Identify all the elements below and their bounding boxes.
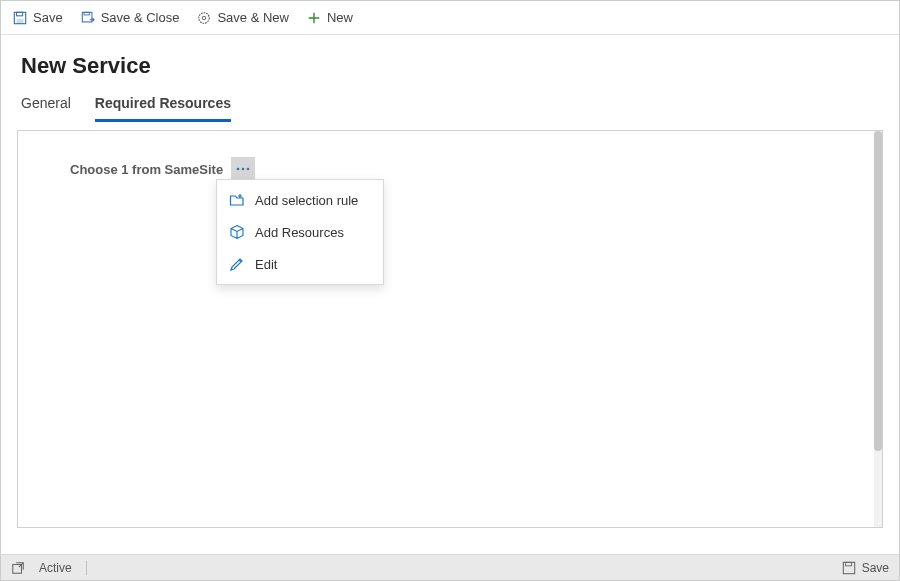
status-state: Active — [39, 561, 72, 575]
save-button[interactable]: Save — [13, 10, 63, 25]
svg-rect-12 — [845, 562, 851, 566]
context-menu: Add selection rule Add Resources Edit — [216, 179, 384, 285]
new-button[interactable]: New — [307, 10, 353, 25]
menu-add-resources-label: Add Resources — [255, 225, 344, 240]
new-label: New — [327, 10, 353, 25]
selection-rule-row: Choose 1 from SameSite — [18, 131, 882, 181]
svg-point-7 — [237, 168, 240, 171]
pencil-icon — [229, 256, 245, 272]
menu-add-resources[interactable]: Add Resources — [217, 216, 383, 248]
cube-icon — [229, 224, 245, 240]
save-new-button[interactable]: Save & New — [197, 10, 289, 25]
save-new-label: Save & New — [217, 10, 289, 25]
tab-required-resources[interactable]: Required Resources — [95, 89, 231, 122]
status-save-button[interactable]: Save — [842, 561, 889, 575]
status-bar: Active Save — [1, 554, 899, 580]
svg-rect-4 — [84, 12, 89, 15]
page-header: New Service General Required Resources — [1, 35, 899, 122]
save-icon — [842, 561, 856, 575]
menu-add-rule-label: Add selection rule — [255, 193, 358, 208]
save-label: Save — [33, 10, 63, 25]
ellipsis-icon — [236, 167, 250, 171]
content-panel: Choose 1 from SameSite Add selection rul… — [17, 130, 883, 528]
command-bar: Save Save & Close Save & New New — [1, 1, 899, 35]
page-title: New Service — [21, 53, 879, 79]
tab-bar: General Required Resources — [21, 89, 879, 122]
tab-general[interactable]: General — [21, 89, 71, 122]
menu-edit-label: Edit — [255, 257, 277, 272]
svg-point-8 — [242, 168, 245, 171]
plus-icon — [307, 11, 321, 25]
menu-edit[interactable]: Edit — [217, 248, 383, 280]
save-close-button[interactable]: Save & Close — [81, 10, 180, 25]
status-left: Active — [11, 561, 87, 575]
svg-point-9 — [247, 168, 250, 171]
popout-icon[interactable] — [11, 561, 25, 575]
svg-point-6 — [203, 16, 207, 20]
svg-rect-2 — [17, 18, 24, 22]
selection-rule-label: Choose 1 from SameSite — [70, 162, 223, 177]
scroll-thumb[interactable] — [874, 131, 882, 451]
more-actions-button[interactable] — [231, 157, 255, 181]
save-close-icon — [81, 11, 95, 25]
svg-point-5 — [199, 12, 210, 23]
folder-plus-icon — [229, 192, 245, 208]
status-separator — [86, 561, 87, 575]
save-icon — [13, 11, 27, 25]
save-close-label: Save & Close — [101, 10, 180, 25]
menu-add-selection-rule[interactable]: Add selection rule — [217, 184, 383, 216]
svg-rect-11 — [843, 562, 854, 573]
content-wrap: Choose 1 from SameSite Add selection rul… — [1, 122, 899, 528]
scrollbar[interactable] — [874, 131, 882, 527]
save-new-icon — [197, 11, 211, 25]
status-save-label: Save — [862, 561, 889, 575]
svg-rect-1 — [17, 12, 23, 16]
